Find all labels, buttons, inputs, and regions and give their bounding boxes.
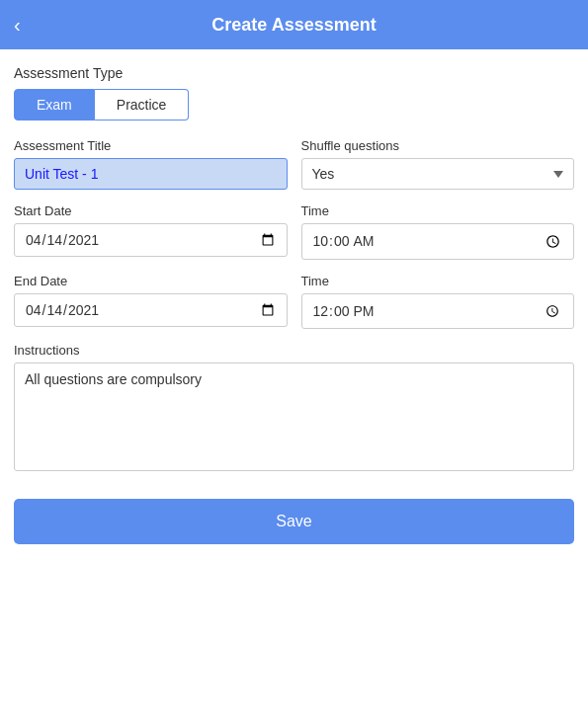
back-button[interactable]: ‹ bbox=[14, 15, 21, 35]
start-time-label: Time bbox=[301, 203, 575, 218]
assessment-type-section: Assessment Type Exam Practice bbox=[14, 65, 574, 121]
instructions-label: Instructions bbox=[14, 343, 574, 358]
instructions-input[interactable]: All questions are compulsory bbox=[14, 362, 574, 471]
title-input[interactable] bbox=[14, 158, 288, 190]
end-time-label: Time bbox=[301, 274, 575, 288]
end-date-group: End Date bbox=[14, 274, 288, 330]
shuffle-select[interactable]: Yes No bbox=[301, 158, 575, 190]
end-time-input[interactable] bbox=[301, 293, 575, 330]
shuffle-group: Shuffle questions Yes No bbox=[301, 138, 575, 190]
end-row: End Date Time bbox=[14, 274, 574, 330]
end-date-label: End Date bbox=[14, 274, 288, 288]
instructions-section: Instructions All questions are compulsor… bbox=[14, 343, 574, 475]
shuffle-label: Shuffle questions bbox=[301, 138, 575, 153]
title-shuffle-row: Assessment Title Shuffle questions Yes N… bbox=[14, 138, 574, 190]
save-button[interactable]: Save bbox=[14, 499, 574, 544]
assessment-type-buttons: Exam Practice bbox=[14, 89, 574, 121]
start-date-input[interactable] bbox=[14, 223, 288, 257]
end-time-group: Time bbox=[301, 274, 575, 330]
end-date-input[interactable] bbox=[14, 293, 288, 327]
title-group: Assessment Title bbox=[14, 138, 288, 190]
assessment-type-label: Assessment Type bbox=[14, 65, 574, 81]
start-time-input[interactable] bbox=[301, 223, 575, 260]
start-date-label: Start Date bbox=[14, 203, 288, 218]
practice-button[interactable]: Practice bbox=[95, 89, 190, 121]
start-row: Start Date Time bbox=[14, 203, 574, 260]
start-time-group: Time bbox=[301, 203, 575, 260]
page-title: Create Assessment bbox=[211, 15, 376, 36]
title-label: Assessment Title bbox=[14, 138, 288, 153]
content-area: Assessment Type Exam Practice Assessment… bbox=[0, 49, 588, 560]
header: ‹ Create Assessment bbox=[0, 0, 588, 49]
exam-button[interactable]: Exam bbox=[14, 89, 95, 121]
start-date-group: Start Date bbox=[14, 203, 288, 260]
